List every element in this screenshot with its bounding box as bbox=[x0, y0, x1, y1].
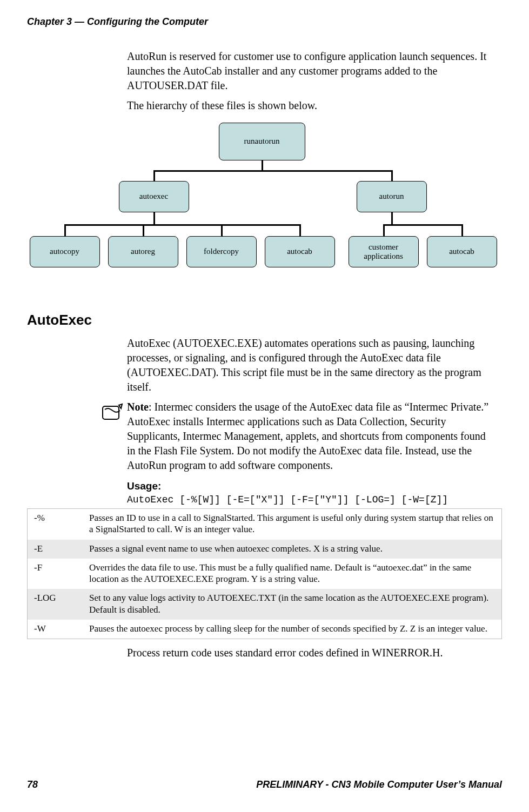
node-label: autoexec bbox=[139, 192, 168, 201]
params-table: -% Passes an ID to use in a call to Sign… bbox=[27, 508, 502, 639]
node-customer-applications: customer applications bbox=[349, 236, 419, 267]
node-label: customer bbox=[369, 243, 398, 252]
node-autocopy: autocopy bbox=[30, 236, 100, 267]
note-body: : Intermec considers the usage of the Au… bbox=[127, 401, 488, 471]
param-flag: -W bbox=[28, 620, 83, 639]
param-flag: -F bbox=[28, 559, 83, 589]
table-row: -% Passes an ID to use in a call to Sign… bbox=[28, 509, 502, 540]
intro-paragraph-1: AutoRun is reserved for customer use to … bbox=[127, 49, 491, 93]
svg-rect-0 bbox=[103, 406, 119, 419]
node-autoexec: autoexec bbox=[119, 181, 189, 212]
note-label: Note bbox=[127, 401, 149, 413]
node-label: autoreg bbox=[131, 247, 155, 256]
node-autoreg: autoreg bbox=[108, 236, 178, 267]
after-table-paragraph: Process return code uses standard error … bbox=[127, 646, 491, 660]
node-label: autocab bbox=[287, 247, 312, 256]
section-heading-autoexec: AutoExec bbox=[27, 312, 502, 328]
node-autocab-left: autocab bbox=[265, 236, 335, 267]
param-desc: Set to any value logs activity to AUTOEX… bbox=[83, 589, 502, 620]
node-autocab-right: autocab bbox=[427, 236, 497, 267]
autoexec-paragraph: AutoExec (AUTOEXEC.EXE) automates operat… bbox=[127, 336, 491, 394]
hierarchy-diagram: runautorun autoexec autorun autocopy aut… bbox=[30, 123, 500, 285]
note-icon bbox=[97, 400, 127, 421]
param-desc: Overrides the data file to use. This mus… bbox=[83, 559, 502, 589]
param-flag: -LOG bbox=[28, 589, 83, 620]
table-row: -W Pauses the autoexec process by callin… bbox=[28, 620, 502, 639]
node-label: foldercopy bbox=[204, 247, 239, 256]
table-row: -LOG Set to any value logs activity to A… bbox=[28, 589, 502, 620]
page-number: 78 bbox=[27, 779, 38, 790]
node-label: autocopy bbox=[50, 247, 79, 256]
footer-title: PRELIMINARY - CN3 Mobile Computer User’s… bbox=[256, 779, 502, 790]
param-desc: Passes an ID to use in a call to SignalS… bbox=[83, 509, 502, 540]
param-flag: -% bbox=[28, 509, 83, 540]
note-text: Note: Intermec considers the usage of th… bbox=[127, 400, 491, 473]
running-header: Chapter 3 — Configuring the Computer bbox=[27, 16, 502, 28]
node-label: autocab bbox=[449, 247, 474, 256]
node-label: runautorun bbox=[244, 137, 280, 146]
param-desc: Pauses the autoexec process by calling s… bbox=[83, 620, 502, 639]
table-row: -F Overrides the data file to use. This … bbox=[28, 559, 502, 589]
node-autorun: autorun bbox=[357, 181, 427, 212]
node-foldercopy: foldercopy bbox=[186, 236, 257, 267]
param-flag: -E bbox=[28, 540, 83, 559]
table-row: -E Passes a signal event name to use whe… bbox=[28, 540, 502, 559]
intro-paragraph-2: The hierarchy of these files is shown be… bbox=[127, 98, 491, 113]
param-desc: Passes a signal event name to use when a… bbox=[83, 540, 502, 559]
usage-heading: Usage: bbox=[127, 480, 502, 492]
node-runautorun: runautorun bbox=[219, 123, 305, 160]
node-label: applications bbox=[364, 252, 403, 261]
node-label: autorun bbox=[379, 192, 404, 201]
usage-code: AutoExec [-%[W]] [-E=["X"]] [-F=["Y"]] [… bbox=[127, 494, 491, 505]
